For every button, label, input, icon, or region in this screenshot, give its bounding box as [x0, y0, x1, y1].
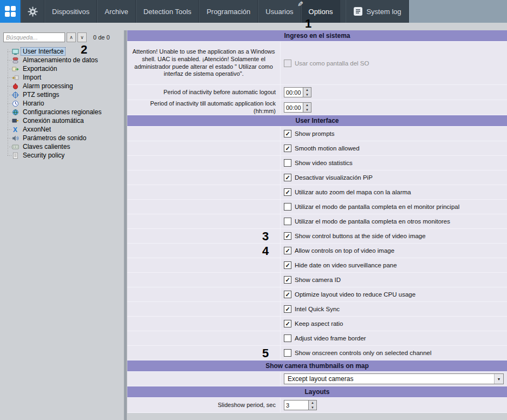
- lock-period-label: Period of inactivity till automatic appl…: [127, 100, 281, 115]
- row-hide-date-on-video-surveillance-pane: ✓Hide date on video surveillance pane: [127, 258, 507, 273]
- empty-cell: [127, 273, 281, 287]
- checkbox-utilizar-el-modo-de-pantalla-completa-en-el-monitor-principal[interactable]: [284, 203, 291, 211]
- sidebar-item-exportaci-n[interactable]: Exportación: [0, 64, 123, 73]
- sidebar-item-import[interactable]: Import: [0, 73, 123, 82]
- empty-cell: [127, 185, 281, 199]
- spin-down-button[interactable]: ▼: [309, 405, 316, 410]
- spin-up-button[interactable]: ▲: [309, 401, 316, 405]
- spin-down-button[interactable]: ▼: [303, 108, 311, 113]
- tab-label: Usuarios: [265, 8, 293, 16]
- sidebar-item-alarm-processing[interactable]: Alarm processing: [0, 82, 123, 90]
- checkbox-label: Adjust video frame border: [295, 335, 366, 342]
- row-utilizar-el-modo-de-pantalla-completa-en-el-monitor-principal: Utilizar el modo de pantalla completa en…: [127, 200, 507, 214]
- checkbox-show-camera-id[interactable]: ✓: [284, 276, 291, 284]
- sidebar-item-security-policy[interactable]: Security policy: [0, 151, 123, 160]
- sidebar-item-label: Horario: [21, 100, 46, 107]
- thumbnails-dropdown[interactable]: Except layout cameras ▼: [284, 373, 504, 384]
- policy-icon: [12, 152, 19, 159]
- slideshow-period-row: Slideshow period, sec 3 ▲ ▼: [127, 398, 507, 413]
- empty-cell: [127, 317, 281, 331]
- annotation-1: 1: [305, 18, 311, 30]
- checkbox-optimize-layout-video-to-reduce-cpu-usage[interactable]: ✓: [284, 291, 291, 298]
- sidebar-item-ptz-settings[interactable]: PTZ settings: [0, 90, 123, 99]
- connection-icon: [12, 117, 19, 124]
- checkbox-adjust-video-frame-border[interactable]: [284, 334, 291, 342]
- sidebar-item-axxonnet[interactable]: XAxxonNet: [0, 125, 123, 134]
- spin-up-button[interactable]: ▲: [303, 88, 311, 93]
- checkbox-show-video-statistics[interactable]: [284, 159, 291, 167]
- checkbox-desactivar-visualizaci-n-pip[interactable]: ✓: [284, 174, 291, 181]
- checkbox-label: Show onscreen controls only on selected …: [295, 350, 432, 356]
- sidebar-item-claves-calientes[interactable]: Claves calientes: [0, 142, 123, 151]
- checkbox-utilizar-auto-zoom-del-mapa-con-la-alarma[interactable]: ✓: [284, 188, 291, 196]
- splitter[interactable]: [123, 30, 127, 420]
- storage-icon: [12, 57, 19, 64]
- chevron-down-icon[interactable]: ▼: [494, 374, 503, 384]
- slideshow-period-spinner[interactable]: 3 ▲ ▼: [284, 400, 317, 410]
- empty-cell: [127, 156, 281, 170]
- checkbox-label: Allow controls on top of video image: [295, 247, 394, 254]
- tab-label: Options: [309, 8, 333, 16]
- attention-text: Attention! Unable to use the application…: [127, 42, 281, 84]
- sidebar-item-configuraciones-regionales[interactable]: Configuraciones regionales: [0, 108, 123, 116]
- slideshow-period-label: Slideshow period, sec: [127, 398, 281, 412]
- apps-menu-button[interactable]: [0, 0, 21, 23]
- spin-value[interactable]: 00:00: [284, 87, 303, 97]
- tab-usuarios[interactable]: Usuarios: [258, 0, 301, 23]
- sidebar-item-label: Conexión automática: [21, 117, 86, 124]
- sidebar-item-conexi-n-autom-tica[interactable]: Conexión automática: [0, 116, 123, 125]
- spin-down-button[interactable]: ▼: [303, 93, 311, 97]
- tab-dispositivos[interactable]: Dispositivos: [44, 0, 97, 23]
- checkbox-keep-aspect-ratio[interactable]: ✓: [284, 320, 291, 327]
- logout-period-label: Period of inactivity before automatic lo…: [127, 85, 281, 100]
- logout-period-spinner[interactable]: 00:00 ▲ ▼: [284, 87, 311, 97]
- hotkeys-icon: [12, 143, 19, 150]
- search-input[interactable]: [3, 32, 65, 42]
- row-allow-controls-on-top-of-video-image: ✓Allow controls on top of video image: [127, 244, 507, 258]
- checkbox-allow-controls-on-top-of-video-image[interactable]: ✓: [284, 247, 291, 254]
- checkbox-show-prompts[interactable]: ✓: [284, 130, 291, 137]
- search-prev-button[interactable]: ∧: [67, 32, 76, 42]
- spin-value[interactable]: 00:00: [284, 102, 303, 113]
- checkbox-intel-quick-sync[interactable]: ✓: [284, 305, 291, 313]
- tab-detection-tools[interactable]: Detection Tools: [136, 0, 199, 23]
- checkbox-rows: ✓Show prompts✓Smooth motion allowedShow …: [127, 127, 507, 360]
- tab-archive[interactable]: Archive: [97, 0, 135, 23]
- row-desactivar-visualizaci-n-pip: ✓Desactivar visualización PiP: [127, 170, 507, 185]
- section-header-user-interface: User Interface: [127, 115, 507, 127]
- empty-cell: [127, 127, 281, 141]
- annotation-4: 4: [262, 245, 269, 257]
- sidebar-item-horario[interactable]: Horario: [0, 99, 123, 108]
- checkbox-show-control-buttons-at-the-side-of-video-image[interactable]: ✓: [284, 232, 291, 240]
- empty-cell: [127, 287, 281, 301]
- row-show-prompts: ✓Show prompts: [127, 127, 507, 141]
- checkbox-label: Show prompts: [295, 130, 335, 137]
- checkbox-label: Optimize layout video to reduce CPU usag…: [295, 291, 415, 298]
- tab-programaci-n[interactable]: Programación: [199, 0, 258, 23]
- checkbox-label: Utilizar el modo de pantalla completa en…: [295, 204, 459, 210]
- lock-period-spinner[interactable]: 00:00 ▲ ▼: [284, 102, 311, 113]
- sidebar-item-user-interface[interactable]: User Interface: [0, 47, 123, 56]
- tab-label: Programación: [206, 8, 250, 16]
- row-show-video-statistics: Show video statistics: [127, 156, 507, 170]
- checkbox-show-onscreen-controls-only-on-selected-channel[interactable]: [284, 349, 291, 357]
- row-intel-quick-sync: ✓Intel Quick Sync: [127, 302, 507, 317]
- use-as-os-shell-checkbox[interactable]: [284, 60, 291, 67]
- sidebar-item-par-metros-de-sonido[interactable]: Parámetros de sonido: [0, 134, 123, 142]
- checkbox-hide-date-on-video-surveillance-pane[interactable]: ✓: [284, 261, 291, 269]
- sidebar-item-label: Exportación: [21, 65, 58, 73]
- tab-gear[interactable]: [21, 0, 44, 23]
- checkbox-smooth-motion-allowed[interactable]: ✓: [284, 145, 291, 152]
- spin-up-button[interactable]: ▲: [303, 103, 311, 108]
- monitor-icon: [12, 48, 19, 55]
- row-utilizar-auto-zoom-del-mapa-con-la-alarma: ✓Utilizar auto zoom del mapa con la alar…: [127, 185, 507, 200]
- search-next-button[interactable]: ∨: [77, 32, 87, 42]
- checkbox-utilizar-el-modo-de-pantalla-completa-en-otros-monitores[interactable]: [284, 218, 291, 225]
- checkbox-label: Show video statistics: [295, 160, 353, 166]
- nav-tab-strip: DispositivosArchiveDetection ToolsProgra…: [0, 0, 409, 23]
- sidebar-item-almacenamiento-de-datos[interactable]: Almacenamiento de datos: [0, 56, 123, 64]
- settings-tree: User InterfaceAlmacenamiento de datosExp…: [0, 47, 123, 160]
- tab-system-log[interactable]: System log: [346, 0, 408, 23]
- checkbox-label: Hide date on video surveillance pane: [295, 262, 397, 268]
- spin-value[interactable]: 3: [284, 400, 309, 410]
